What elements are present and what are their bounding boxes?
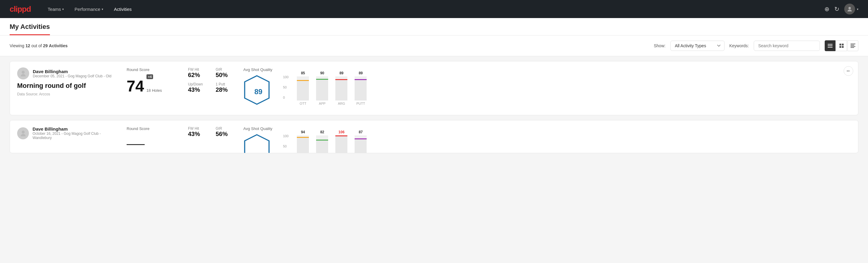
quality-section-inner-2: Avg Shot Quality (243, 126, 273, 153)
bar-arg-wrapper (335, 77, 347, 100)
avatar-chevron-icon: ▾ (857, 7, 858, 11)
avg-shot-quality-label-2: Avg Shot Quality (243, 126, 273, 131)
data-source: Data Source: Arccos (17, 92, 119, 96)
bar-app-wrapper (316, 77, 328, 100)
y-label-0: 0 (283, 96, 288, 99)
avatar (17, 67, 29, 80)
nav-activities[interactable]: Activities (109, 4, 136, 14)
bar-putt-wrapper (354, 77, 367, 100)
svg-rect-9 (850, 45, 854, 46)
stat-fw-hit-2: FW Hit 43% (188, 126, 209, 138)
keywords-label: Keywords: (730, 43, 749, 48)
hexagon-container: 89 (243, 74, 273, 109)
user-date-2: October 16, 2021 - Gog Magog Golf Club -… (32, 132, 119, 140)
user-info: Dave Billingham December 05, 2021 - Gog … (33, 69, 111, 78)
bar-chart-area-2: 100 50 0 94 OTT 82 (283, 130, 367, 153)
svg-rect-11 (850, 47, 854, 48)
page-header: My Activities (0, 18, 868, 35)
score-holes: 18 Holes (147, 88, 162, 93)
refresh-icon[interactable]: ↻ (834, 5, 839, 12)
user-name-2: Dave Billingham (32, 126, 119, 132)
show-label: Show: (654, 43, 665, 48)
y-axis-2: 100 50 0 (283, 134, 290, 153)
bar-putt-2: 87 PUTT (354, 130, 367, 153)
logo-text: clippd (10, 4, 31, 14)
viewing-count-text: Viewing 12 out of 29 Activities (10, 43, 649, 48)
svg-rect-10 (850, 46, 856, 47)
edit-button[interactable]: ✏ (844, 66, 853, 76)
svg-point-12 (22, 71, 25, 74)
logo[interactable]: clippd (10, 4, 31, 14)
bar-arg-2: 106 ARG (335, 130, 347, 153)
round-score-label-2: Round Score (127, 126, 181, 131)
svg-rect-2 (828, 46, 833, 46)
nav-right: ⊕ ↻ ▾ (825, 4, 858, 14)
activity-type-select[interactable]: All Activity Types (671, 40, 724, 51)
quality-section: Avg Shot Quality 89 100 50 (243, 67, 851, 109)
stats-grid: FW Hit 62% GIR 50% Up/Down 43% 1 Putt 28… (188, 67, 236, 93)
nav-teams[interactable]: Teams ▾ (43, 4, 69, 14)
score-badge: +4 (147, 74, 153, 79)
quality-section-2: Avg Shot Quality 100 50 0 (243, 126, 851, 153)
quality-section-inner: Avg Shot Quality 89 (243, 67, 273, 109)
activity-card-2: Dave Billingham October 16, 2021 - Gog M… (10, 120, 858, 153)
list-full-view-button[interactable] (847, 40, 858, 51)
bar-ott: 85 OTT (297, 71, 309, 105)
stat-updown: Up/Down 43% (188, 82, 209, 93)
svg-rect-4 (839, 43, 841, 46)
nav-performance[interactable]: Performance ▾ (70, 4, 108, 14)
round-score-section-2: Round Score (127, 126, 181, 145)
stats-section: FW Hit 62% GIR 50% Up/Down 43% 1 Putt 28… (188, 67, 236, 93)
svg-rect-7 (842, 46, 844, 48)
keyword-input[interactable] (754, 40, 820, 51)
stats-grid-2: FW Hit 43% GIR 56% (188, 126, 236, 138)
view-toggles (825, 40, 858, 51)
stat-fw-hit: FW Hit 62% (188, 67, 209, 79)
card-user: Dave Billingham December 05, 2021 - Gog … (17, 67, 119, 80)
teams-chevron-icon: ▾ (62, 7, 64, 11)
svg-point-0 (848, 7, 851, 9)
stat-gir: GIR 50% (216, 67, 236, 79)
score-display: 74 +4 18 Holes (127, 74, 181, 94)
stats-section-2: FW Hit 43% GIR 56% (188, 126, 236, 138)
add-icon[interactable]: ⊕ (825, 5, 830, 12)
card-user-2: Dave Billingham October 16, 2021 - Gog M… (17, 126, 119, 140)
svg-rect-3 (828, 47, 833, 48)
bar-arg: 89 ARG (335, 71, 347, 105)
bar-chart-area: 100 50 0 85 OTT (283, 71, 367, 105)
svg-rect-5 (842, 43, 844, 46)
svg-rect-1 (828, 44, 833, 45)
hexagon-2 (243, 133, 270, 153)
bar-chart: 100 50 0 85 OTT (283, 71, 367, 105)
avatar-button[interactable]: ▾ (844, 4, 858, 14)
activity-title: Morning round of golf (17, 82, 119, 90)
y-label-100: 100 (283, 75, 288, 79)
score-number-2 (127, 133, 145, 145)
list-compact-view-button[interactable] (825, 40, 836, 51)
bar-chart-2: 100 50 0 94 OTT 82 (283, 130, 367, 153)
viewing-number: 12 (26, 43, 30, 48)
svg-rect-6 (839, 46, 841, 48)
filter-bar: Viewing 12 out of 29 Activities Show: Al… (0, 35, 868, 56)
y-axis: 100 50 0 (283, 75, 290, 99)
bar-ott-wrapper (297, 77, 309, 100)
viewing-total: 29 (43, 43, 48, 48)
page-title: My Activities (10, 23, 50, 35)
round-score-section: Round Score 74 +4 18 Holes (127, 67, 181, 94)
round-score-label: Round Score (127, 67, 181, 72)
card-left: Dave Billingham December 05, 2021 - Gog … (17, 67, 119, 96)
avg-shot-quality-label: Avg Shot Quality (243, 67, 273, 72)
hex-score: 89 (254, 88, 262, 96)
stat-gir-2: GIR 56% (216, 126, 236, 138)
stat-1putt: 1 Putt 28% (216, 82, 236, 93)
score-display-2 (127, 133, 181, 145)
avatar (844, 4, 855, 14)
user-date: December 05, 2021 - Gog Magog Golf Club … (33, 74, 111, 78)
svg-marker-15 (245, 135, 269, 153)
user-info-2: Dave Billingham October 16, 2021 - Gog M… (32, 126, 119, 140)
activity-card: Dave Billingham December 05, 2021 - Gog … (10, 61, 858, 115)
svg-point-14 (22, 130, 25, 134)
svg-rect-8 (850, 43, 856, 44)
grid-view-button[interactable] (836, 40, 847, 51)
bar-ott-2: 94 OTT (297, 130, 309, 153)
